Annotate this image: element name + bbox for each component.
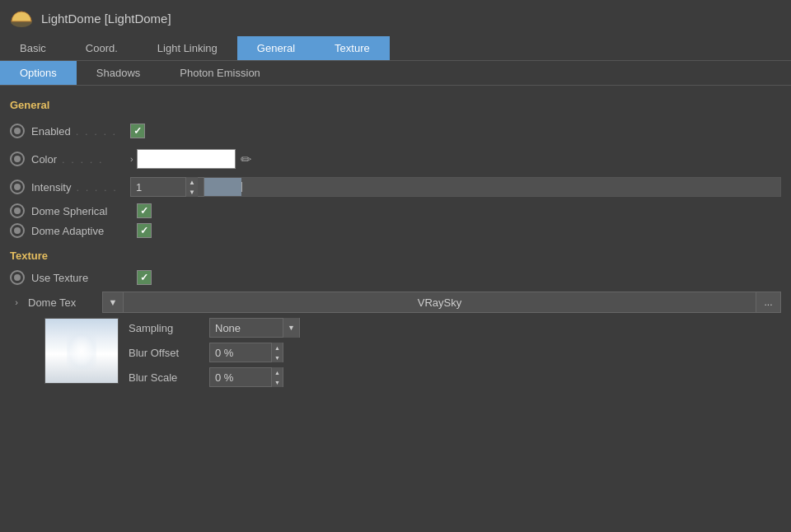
intensity-slider-fill bbox=[204, 178, 241, 196]
blur-scale-spinner: ▲ ▼ bbox=[271, 367, 283, 387]
enabled-radio-inner bbox=[14, 128, 21, 134]
blur-offset-spinner: ▲ ▼ bbox=[271, 343, 283, 362]
dome-spherical-radio[interactable] bbox=[10, 203, 25, 218]
tabs-row2: Options Shadows Photon Emission bbox=[0, 61, 791, 86]
blur-scale-down[interactable]: ▼ bbox=[272, 377, 283, 387]
dome-spherical-radio-inner bbox=[14, 208, 21, 214]
blur-offset-row: Blur Offset ▲ ▼ bbox=[129, 343, 300, 362]
tab-basic[interactable]: Basic bbox=[0, 36, 66, 60]
tab-coord[interactable]: Coord. bbox=[66, 36, 138, 60]
dome-tex-value[interactable]: VRaySky bbox=[124, 292, 756, 313]
intensity-input[interactable] bbox=[136, 181, 185, 194]
blur-offset-input[interactable] bbox=[210, 347, 271, 359]
dome-tex-dropdown-btn[interactable]: ▼ bbox=[102, 292, 124, 313]
blur-scale-label: Blur Scale bbox=[129, 371, 203, 384]
blur-scale-row: Blur Scale ▲ ▼ bbox=[129, 367, 300, 387]
color-swatch[interactable] bbox=[137, 149, 236, 169]
use-texture-label: Use Texture bbox=[31, 272, 130, 284]
dome-tex-row: › Dome Tex ▼ VRaySky ... bbox=[10, 292, 781, 313]
dome-adaptive-radio[interactable] bbox=[10, 223, 25, 238]
dome-adaptive-radio-inner bbox=[14, 227, 21, 234]
general-section-title: General bbox=[10, 99, 781, 111]
intensity-slider-handle bbox=[241, 182, 242, 192]
enabled-row: Enabled . . . . . bbox=[10, 119, 781, 142]
blur-scale-input[interactable] bbox=[210, 371, 271, 384]
use-texture-radio-inner bbox=[14, 274, 21, 281]
intensity-down[interactable]: ▼ bbox=[186, 187, 198, 197]
tab-options[interactable]: Options bbox=[0, 61, 77, 85]
texture-params: Sampling None ▼ Blur Offset ▲ ▼ bbox=[129, 318, 300, 387]
enabled-radio[interactable] bbox=[10, 124, 25, 138]
tab-lightlinking[interactable]: Light Linking bbox=[138, 36, 237, 60]
color-radio[interactable] bbox=[10, 152, 25, 166]
blur-offset-input-wrap: ▲ ▼ bbox=[209, 343, 283, 362]
intensity-up[interactable]: ▲ bbox=[186, 177, 198, 187]
sampling-dropdown-arrow: ▼ bbox=[283, 318, 299, 338]
intensity-spinner: ▲ ▼ bbox=[185, 177, 198, 197]
dome-spherical-checkbox[interactable] bbox=[137, 203, 152, 218]
dome-spherical-row: Dome Spherical bbox=[10, 203, 781, 218]
dome-tex-label: Dome Tex bbox=[28, 296, 102, 309]
color-row: Color . . . . . › ✏ bbox=[10, 147, 781, 170]
texture-section-title: Texture bbox=[10, 250, 781, 262]
intensity-radio-inner bbox=[14, 184, 21, 190]
use-texture-radio[interactable] bbox=[10, 270, 25, 285]
sampling-dropdown[interactable]: None ▼ bbox=[209, 318, 300, 338]
tab-general[interactable]: General bbox=[237, 36, 315, 60]
blur-scale-up[interactable]: ▲ bbox=[272, 367, 283, 377]
blur-offset-label: Blur Offset bbox=[129, 347, 203, 359]
color-expand-arrow[interactable]: › bbox=[130, 154, 133, 164]
title-bar: LightDome [LightDome] bbox=[0, 0, 791, 36]
texture-detail: Sampling None ▼ Blur Offset ▲ ▼ bbox=[44, 318, 781, 387]
color-radio-inner bbox=[14, 156, 21, 162]
intensity-label: Intensity . . . . . bbox=[31, 181, 130, 194]
dome-tex-expand-icon[interactable]: › bbox=[10, 296, 23, 309]
texture-preview bbox=[44, 318, 119, 384]
blur-offset-down[interactable]: ▼ bbox=[272, 352, 283, 362]
dome-adaptive-label: Dome Adaptive bbox=[31, 225, 130, 237]
use-texture-row: Use Texture bbox=[10, 270, 781, 285]
blur-scale-input-wrap: ▲ ▼ bbox=[209, 367, 283, 387]
color-swatch-wrap: ✏ bbox=[137, 149, 251, 169]
eyedropper-icon[interactable]: ✏ bbox=[241, 152, 251, 167]
tab-shadows[interactable]: Shadows bbox=[77, 61, 160, 85]
intensity-input-wrap: ▲ ▼ bbox=[130, 177, 204, 197]
window-title: LightDome [LightDome] bbox=[41, 12, 171, 26]
tabs-row1: Basic Coord. Light Linking General Textu… bbox=[0, 36, 791, 61]
color-label: Color . . . . . bbox=[31, 153, 130, 166]
intensity-row: Intensity . . . . . ▲ ▼ bbox=[10, 175, 781, 198]
dome-icon bbox=[10, 7, 33, 30]
dome-adaptive-checkbox[interactable] bbox=[137, 223, 152, 238]
enabled-label: Enabled . . . . . bbox=[31, 125, 130, 138]
sampling-row: Sampling None ▼ bbox=[129, 318, 300, 338]
tab-texture[interactable]: Texture bbox=[315, 36, 390, 60]
enabled-checkbox[interactable] bbox=[130, 124, 145, 138]
sampling-value: None bbox=[210, 322, 283, 334]
dome-tex-browse-btn[interactable]: ... bbox=[756, 292, 781, 313]
intensity-slider[interactable] bbox=[204, 177, 781, 197]
tab-photon-emission[interactable]: Photon Emission bbox=[160, 61, 280, 85]
sampling-label: Sampling bbox=[129, 322, 203, 334]
use-texture-checkbox[interactable] bbox=[137, 270, 152, 285]
dome-spherical-label: Dome Spherical bbox=[31, 205, 130, 217]
blur-offset-up[interactable]: ▲ bbox=[272, 343, 283, 352]
dome-adaptive-row: Dome Adaptive bbox=[10, 223, 781, 238]
content-area: General Enabled . . . . . Color . . . . … bbox=[0, 92, 791, 394]
intensity-radio[interactable] bbox=[10, 180, 25, 194]
